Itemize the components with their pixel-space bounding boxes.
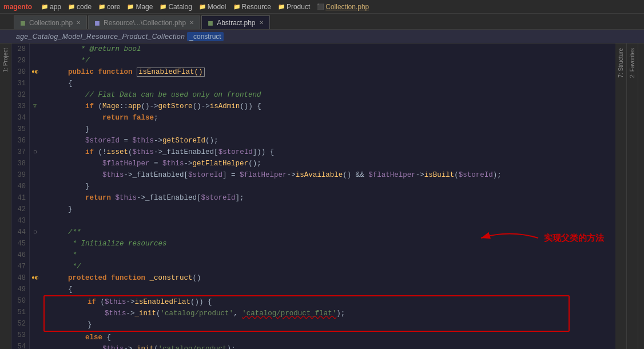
tab-bar: ◼ Collection.php ✕ ◼ Resource\...\Collec… [0,14,644,30]
structure-label: 7: Structure [618,48,624,78]
code-line-42: } [42,204,615,215]
fn-isenabledflat-highlight: isEnabledFlat() [137,68,205,77]
code-line-54: $this->_init('catalog/product); [42,343,615,349]
menu-resource[interactable]: 📁 Resource [233,3,271,11]
code-line-39: $this->_flatEnabled[$storeId] = $flatHel… [42,169,615,181]
folder-icon: 📁 [98,3,105,10]
code-line-32: // Flat Data can be used only on fronten… [42,89,615,101]
code-line-30: public function isEnabledFlat() [42,66,615,78]
tab-abstract[interactable]: ◼ Abstract.php ✕ [201,15,269,29]
side-panel-project: 1: Project [0,43,11,349]
code-line-45: * Initialize resources [42,238,615,249]
side-panel-structure: 7: Structure [615,43,627,349]
php-file-icon: ⬛ [317,3,324,10]
breadcrumb-bar: age_Catalog_Model_Resource_Product_Colle… [0,30,644,43]
menu-bar: magento 📁 app 📁 code 📁 core 📁 Mage 📁 Cat… [0,0,644,14]
code-line-41: return $this->_flatEnabled[$storeId]; [42,192,615,204]
breadcrumb-highlight: _construct [187,32,223,41]
code-line-28: * @return bool [42,43,615,55]
code-line-47: */ [42,261,615,272]
code-line-37: if (!isset($this->_flatEnabled[$storeId]… [42,146,615,158]
code-line-31: { [42,78,615,89]
folder-icon: 📁 [68,3,75,10]
code-area[interactable]: * @return bool */ public function isEnab… [40,43,615,349]
folder-icon: 📁 [199,3,206,10]
folder-icon: 📁 [127,3,134,10]
close-icon[interactable]: ✕ [259,19,264,26]
folder-icon: 📁 [160,3,166,10]
project-label: 1: Project [2,48,9,72]
folder-icon: 📁 [41,3,48,10]
code-line-29: */ [42,55,615,66]
logo: magento [3,3,32,11]
menu-mage[interactable]: 📁 Mage [127,3,153,11]
php-icon: ◼ [208,19,213,27]
folder-icon: 📁 [278,3,285,10]
side-panel-favorites: 2: Favorites [627,43,638,349]
code-line-33: if (Mage::app()->getStore()->isAdmin()) … [42,101,615,112]
code-line-53: else { [42,332,615,343]
code-line-51: $this->_init('catalog/product', 'catalog… [45,308,569,319]
scrollbar[interactable] [638,43,644,349]
menu-model[interactable]: 📁 Model [199,3,226,11]
menu-product[interactable]: 📁 Product [278,3,310,11]
folder-icon: 📁 [233,3,240,10]
menu-catalog[interactable]: 📁 Catalog [160,3,192,11]
editor-area: 1: Project 28 29 30 31 32 33 34 35 36 37… [0,43,644,349]
menu-app[interactable]: 📁 app [41,3,61,11]
code-line-43 [42,215,615,227]
code-line-44: /** [42,227,615,238]
code-line-36: $storeId = $this->getStoreId(); [42,135,615,146]
tab-resource-collection[interactable]: ◼ Resource\...\Collection.php ✕ [88,15,200,29]
php-icon: ◼ [20,19,26,27]
res-icon: ◼ [94,19,100,27]
code-line-35: } [42,124,615,135]
code-line-40: } [42,181,615,192]
code-line-46: * [42,249,615,261]
close-icon[interactable]: ✕ [189,19,194,26]
line-numbers: 28 29 30 31 32 33 34 35 36 37 38 39 40 4… [11,43,30,349]
menu-code[interactable]: 📁 code [68,3,92,11]
highlighted-block: if ($this->isEnabledFlat()) { $this->_in… [43,295,570,332]
code-line-34: return false; [42,112,615,124]
menu-core[interactable]: 📁 core [98,3,120,11]
code-line-49: { [42,284,615,295]
tab-collection[interactable]: ◼ Collection.php ✕ [14,15,87,29]
code-container: 实现父类的方法 * @return bool */ public functio… [40,43,615,349]
code-line-50: if ($this->isEnabledFlat()) { [45,296,569,308]
code-line-48: protected function _construct() [42,272,615,284]
code-line-38: $flatHelper = $this->getFlatHelper(); [42,158,615,169]
menu-collection[interactable]: ⬛ Collection.php [317,3,369,11]
breadcrumb-path: age_Catalog_Model_Resource_Product_Colle… [16,33,185,41]
code-line-52: } [45,319,569,331]
close-icon[interactable]: ✕ [76,19,81,26]
gutter: ●◐ ▽ ◽ ◽ ●◐ [30,43,40,349]
favorites-label: 2: Favorites [629,48,635,78]
